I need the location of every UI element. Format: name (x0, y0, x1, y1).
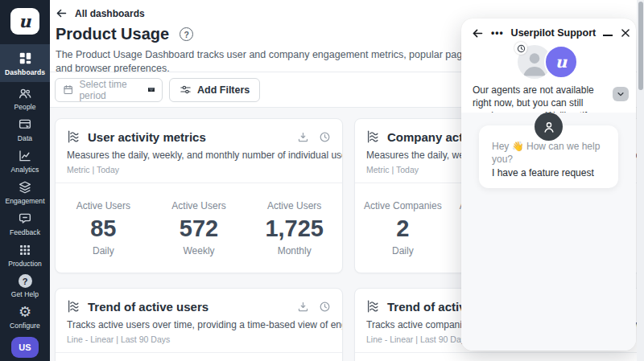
sidebar-item-label: People (14, 103, 35, 111)
chat-menu-button[interactable]: ••• (491, 27, 504, 39)
metric-period: Daily (355, 245, 451, 256)
help-question-icon: ? (19, 274, 32, 288)
add-filters-label: Add Filters (197, 84, 250, 96)
card-title: Trend of active users (88, 300, 291, 314)
production-grid-icon (18, 243, 32, 257)
card-meta: Metric | Today (56, 161, 342, 183)
dashboards-icon (18, 51, 33, 66)
chat-minimize-button[interactable] (603, 35, 613, 36)
notify-expand-button[interactable] (613, 87, 629, 101)
chart-legend: Daily Weekly Monthly (56, 353, 342, 361)
time-period-placeholder: Select time period (79, 79, 148, 101)
sidebar-item-data[interactable]: Data (0, 114, 50, 145)
card-title: User activity metrics (88, 130, 291, 144)
metric-period: Weekly (151, 245, 247, 256)
sidebar-item-label: Production (8, 260, 42, 268)
metric-label: Active Users (246, 200, 342, 211)
card-description: Measures the daily, weekly, and monthly … (56, 144, 342, 161)
metric-period: Monthly (246, 245, 342, 256)
userpilot-logo[interactable]: u (10, 8, 39, 35)
sidebar-item-label: Engagement (5, 197, 44, 205)
sidebar-item-engagement[interactable]: Engagement (0, 177, 50, 207)
gear-icon: ⚙ (19, 305, 31, 319)
breadcrumb-label: All dashboards (75, 8, 145, 19)
visitor-reply: I have a feature request (492, 166, 605, 179)
chat-close-button[interactable] (620, 27, 631, 39)
userpilot-bot-avatar: u (544, 45, 578, 79)
sidebar-item-label: Feedback (10, 228, 40, 236)
analytics-icon (18, 149, 32, 163)
metric-label: Active Users (56, 200, 151, 211)
chat-conversation: Hey 👋 How can we help you? I have a feat… (461, 113, 636, 351)
bot-greeting: Hey 👋 How can we help you? (492, 140, 605, 166)
logo-glyph: u (19, 11, 31, 31)
scrollbar-thumb[interactable] (638, 2, 643, 90)
download-icon[interactable] (297, 301, 309, 313)
sidebar-item-label: Configure (10, 322, 40, 330)
sidebar-item-label: Get Help (11, 290, 39, 298)
person-icon (542, 120, 556, 134)
sidebar-item-configure[interactable]: ⚙ Configure (0, 302, 50, 332)
metric-value: 1,725 (246, 215, 342, 242)
app-window: u Dashboards People Data (0, 0, 644, 361)
metric-wave-icon (366, 129, 381, 144)
user-avatar[interactable]: US (11, 337, 39, 358)
chat-title: Userpilot Support (511, 27, 597, 39)
clock-icon (517, 44, 526, 53)
back-arrow-icon (56, 7, 68, 19)
metric-monthly-active-users: Active Users 1,725 Monthly (246, 200, 342, 256)
time-period-select[interactable]: Select time period (55, 78, 163, 102)
card-trend-active-users: Trend of active users Tracks active user… (55, 288, 343, 361)
metric-weekly-active-users: Active Users 572 Weekly (151, 200, 247, 256)
clock-icon[interactable] (319, 301, 331, 313)
sidebar-item-production[interactable]: Production (0, 240, 50, 270)
sidebar: u Dashboards People Data (0, 0, 50, 361)
logo-glyph: u (555, 52, 568, 72)
chat-header: ••• Userpilot Support (461, 18, 636, 47)
chat-widget: ••• Userpilot Support u Our agents are n… (461, 18, 636, 351)
calendar-icon (63, 84, 73, 96)
chart-legend: Daily Weekly Monthly (355, 353, 642, 361)
sidebar-item-people[interactable]: People (0, 83, 50, 113)
sidebar-item-label: Dashboards (5, 68, 45, 76)
metric-wave-icon (67, 299, 81, 314)
metric-daily-active-users: Active Users 85 Daily (56, 200, 151, 256)
engagement-layers-icon (18, 180, 32, 195)
metric-value: 85 (56, 215, 151, 242)
away-clock-badge (514, 42, 527, 55)
clock-icon[interactable] (319, 131, 331, 143)
metric-period: Daily (56, 245, 151, 256)
metric-daily-active-companies: Active Companies 2 Daily (355, 200, 451, 256)
add-filters-button[interactable]: Add Filters (169, 78, 260, 102)
filter-sliders-icon (180, 84, 192, 96)
card-description: Tracks active users over time, providing… (56, 314, 342, 330)
page-scrollbar (637, 0, 644, 361)
sidebar-item-label: Analytics (11, 166, 39, 174)
download-icon[interactable] (297, 131, 309, 143)
bot-message-avatar (535, 113, 563, 141)
metric-wave-icon (67, 129, 81, 144)
sidebar-item-dashboards[interactable]: Dashboards (0, 44, 50, 82)
card-meta: Line - Linear | Last 90 Days (56, 330, 342, 352)
chevron-down-icon (148, 88, 155, 92)
metric-value: 2 (355, 215, 451, 242)
people-icon (18, 86, 32, 101)
sidebar-item-analytics[interactable]: Analytics (0, 146, 50, 176)
page-title: Product Usage (56, 25, 169, 43)
breadcrumb[interactable]: All dashboards (56, 7, 145, 19)
metric-wave-icon (366, 299, 381, 314)
page-help-icon[interactable]: ? (180, 27, 193, 41)
feedback-bubble-icon (18, 211, 32, 226)
metric-value: 572 (151, 215, 247, 242)
metric-label: Active Companies (355, 200, 451, 211)
sidebar-item-label: Data (18, 134, 32, 142)
chat-back-button[interactable] (472, 27, 484, 39)
sidebar-item-get-help[interactable]: ? Get Help (0, 271, 50, 301)
metric-label: Active Users (151, 200, 247, 211)
card-user-activity-metrics: User activity metrics Measures the daily… (55, 118, 343, 273)
chevron-down-icon (617, 90, 625, 98)
sidebar-item-feedback[interactable]: Feedback (0, 208, 50, 239)
data-icon (18, 117, 32, 132)
